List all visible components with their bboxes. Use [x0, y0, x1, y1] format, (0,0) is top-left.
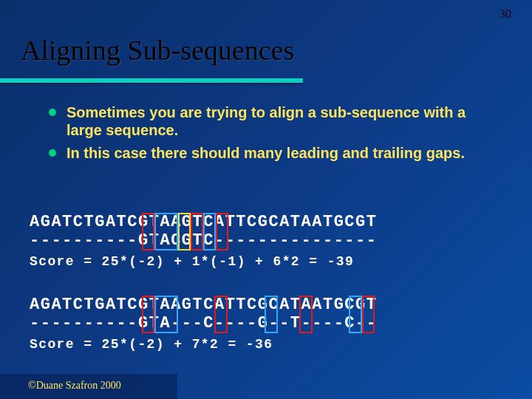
slide-number: 30 [499, 7, 511, 21]
highlight-box [349, 296, 362, 333]
highlight-box [265, 296, 278, 333]
bullet-list: Sometimes you are trying to align a sub-… [66, 103, 502, 166]
seq-line: ----------GTA---C----G--T----C-- [30, 314, 377, 332]
score-1: Score = 25*(-2) + 1*(-1) + 6*2 = -39 [30, 254, 354, 269]
highlight-box [362, 296, 375, 333]
highlight-box [142, 213, 154, 250]
title-underline [0, 78, 303, 83]
score-2: Score = 25*(-2) + 7*2 = -36 [30, 337, 273, 352]
highlight-box [214, 296, 228, 333]
seq-line: AGATCTGATCGTAAGTCATTCGCATAATGCGT [30, 296, 377, 314]
highlight-box [216, 213, 228, 250]
highlight-box [191, 213, 203, 250]
bullet-item: Sometimes you are trying to align a sub-… [66, 103, 502, 140]
highlight-box [203, 213, 216, 250]
highlight-box [178, 213, 191, 250]
slide-title: Aligning Sub-sequences [21, 34, 294, 66]
highlight-box [154, 213, 178, 250]
alignment-2: AGATCTGATCGTAAGTCATTCGCATAATGCGT -------… [30, 296, 377, 332]
highlight-box [142, 296, 154, 333]
highlight-box [154, 296, 178, 333]
copyright: ©Duane Szafron 2000 [28, 380, 121, 392]
highlight-box [299, 296, 313, 333]
bullet-item: In this case there should many leading a… [66, 144, 502, 162]
